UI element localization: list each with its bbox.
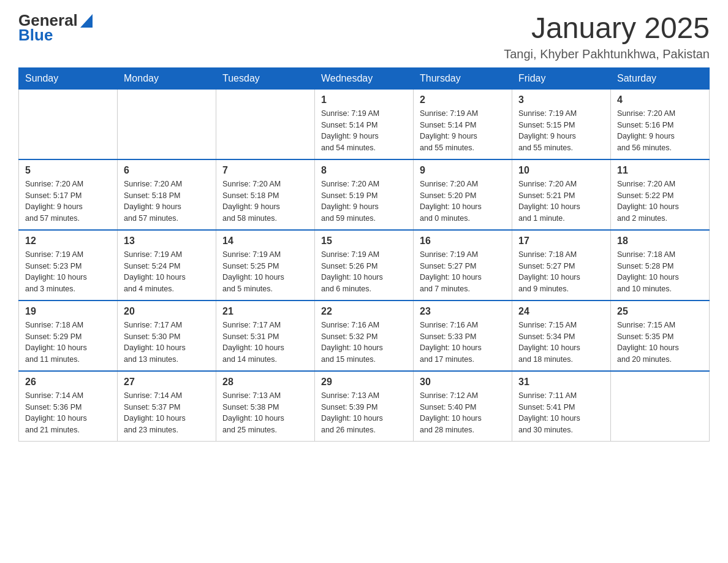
day-info: Sunrise: 7:18 AM Sunset: 5:28 PM Dayligh… [617,249,703,295]
calendar-cell [611,371,710,442]
day-number: 29 [321,377,407,388]
calendar-week-row: 1Sunrise: 7:19 AM Sunset: 5:14 PM Daylig… [19,89,710,159]
calendar-cell: 16Sunrise: 7:19 AM Sunset: 5:27 PM Dayli… [414,230,512,301]
day-info: Sunrise: 7:17 AM Sunset: 5:31 PM Dayligh… [222,320,308,366]
calendar-cell: 14Sunrise: 7:19 AM Sunset: 5:25 PM Dayli… [216,230,315,301]
calendar-cell: 1Sunrise: 7:19 AM Sunset: 5:14 PM Daylig… [315,89,414,159]
day-info: Sunrise: 7:19 AM Sunset: 5:24 PM Dayligh… [124,249,210,295]
calendar-week-row: 26Sunrise: 7:14 AM Sunset: 5:36 PM Dayli… [19,371,710,442]
calendar-cell: 25Sunrise: 7:15 AM Sunset: 5:35 PM Dayli… [611,301,710,371]
day-info: Sunrise: 7:19 AM Sunset: 5:14 PM Dayligh… [420,108,506,154]
logo-triangle-icon [80,14,93,28]
calendar-cell: 10Sunrise: 7:20 AM Sunset: 5:21 PM Dayli… [512,159,611,230]
day-number: 20 [124,306,210,317]
day-info: Sunrise: 7:12 AM Sunset: 5:40 PM Dayligh… [420,390,506,436]
calendar-cell: 24Sunrise: 7:15 AM Sunset: 5:34 PM Dayli… [512,301,611,371]
calendar-cell: 8Sunrise: 7:20 AM Sunset: 5:19 PM Daylig… [315,159,414,230]
title-block: January 2025 Tangi, Khyber Pakhtunkhwa, … [504,12,710,61]
svg-marker-0 [80,14,93,28]
day-number: 28 [222,377,308,388]
page-header: General Blue January 2025 Tangi, Khyber … [18,12,710,61]
calendar-cell: 19Sunrise: 7:18 AM Sunset: 5:29 PM Dayli… [19,301,118,371]
day-info: Sunrise: 7:20 AM Sunset: 5:19 PM Dayligh… [321,178,407,224]
calendar-cell: 4Sunrise: 7:20 AM Sunset: 5:16 PM Daylig… [611,89,710,159]
column-header-thursday: Thursday [414,67,512,89]
calendar-cell: 18Sunrise: 7:18 AM Sunset: 5:28 PM Dayli… [611,230,710,301]
day-number: 15 [321,236,407,247]
day-info: Sunrise: 7:19 AM Sunset: 5:25 PM Dayligh… [222,249,308,295]
day-number: 4 [617,94,703,105]
day-number: 6 [124,165,210,176]
calendar-cell: 6Sunrise: 7:20 AM Sunset: 5:18 PM Daylig… [118,159,216,230]
calendar-cell: 5Sunrise: 7:20 AM Sunset: 5:17 PM Daylig… [19,159,118,230]
day-info: Sunrise: 7:20 AM Sunset: 5:20 PM Dayligh… [420,178,506,224]
column-header-saturday: Saturday [611,67,710,89]
calendar-cell: 28Sunrise: 7:13 AM Sunset: 5:38 PM Dayli… [216,371,315,442]
calendar-cell: 23Sunrise: 7:16 AM Sunset: 5:33 PM Dayli… [414,301,512,371]
day-number: 12 [25,236,111,247]
day-number: 30 [420,377,506,388]
day-number: 7 [222,165,308,176]
calendar-cell: 9Sunrise: 7:20 AM Sunset: 5:20 PM Daylig… [414,159,512,230]
calendar-cell: 20Sunrise: 7:17 AM Sunset: 5:30 PM Dayli… [118,301,216,371]
day-info: Sunrise: 7:18 AM Sunset: 5:29 PM Dayligh… [25,320,111,366]
day-number: 19 [25,306,111,317]
calendar-cell: 22Sunrise: 7:16 AM Sunset: 5:32 PM Dayli… [315,301,414,371]
calendar-cell [118,89,216,159]
calendar-week-row: 5Sunrise: 7:20 AM Sunset: 5:17 PM Daylig… [19,159,710,230]
calendar-cell: 29Sunrise: 7:13 AM Sunset: 5:39 PM Dayli… [315,371,414,442]
calendar-cell: 2Sunrise: 7:19 AM Sunset: 5:14 PM Daylig… [414,89,512,159]
day-number: 13 [124,236,210,247]
day-number: 16 [420,236,506,247]
day-info: Sunrise: 7:14 AM Sunset: 5:36 PM Dayligh… [25,390,111,436]
day-info: Sunrise: 7:20 AM Sunset: 5:22 PM Dayligh… [617,178,703,224]
day-info: Sunrise: 7:19 AM Sunset: 5:27 PM Dayligh… [420,249,506,295]
day-number: 31 [518,377,604,388]
day-info: Sunrise: 7:13 AM Sunset: 5:39 PM Dayligh… [321,390,407,436]
day-number: 27 [124,377,210,388]
day-info: Sunrise: 7:20 AM Sunset: 5:18 PM Dayligh… [222,178,308,224]
calendar-week-row: 19Sunrise: 7:18 AM Sunset: 5:29 PM Dayli… [19,301,710,371]
calendar-cell: 27Sunrise: 7:14 AM Sunset: 5:37 PM Dayli… [118,371,216,442]
day-number: 22 [321,306,407,317]
day-number: 2 [420,94,506,105]
calendar-cell [216,89,315,159]
calendar-cell: 17Sunrise: 7:18 AM Sunset: 5:27 PM Dayli… [512,230,611,301]
day-number: 17 [518,236,604,247]
day-number: 24 [518,306,604,317]
day-number: 3 [518,94,604,105]
column-header-wednesday: Wednesday [315,67,414,89]
calendar-cell: 3Sunrise: 7:19 AM Sunset: 5:15 PM Daylig… [512,89,611,159]
calendar-title: January 2025 [504,12,710,45]
calendar-cell: 13Sunrise: 7:19 AM Sunset: 5:24 PM Dayli… [118,230,216,301]
day-number: 25 [617,306,703,317]
day-info: Sunrise: 7:19 AM Sunset: 5:23 PM Dayligh… [25,249,111,295]
day-info: Sunrise: 7:19 AM Sunset: 5:15 PM Dayligh… [518,108,604,154]
calendar-header-row: SundayMondayTuesdayWednesdayThursdayFrid… [19,67,710,89]
calendar-cell: 26Sunrise: 7:14 AM Sunset: 5:36 PM Dayli… [19,371,118,442]
day-info: Sunrise: 7:15 AM Sunset: 5:35 PM Dayligh… [617,320,703,366]
calendar-cell [19,89,118,159]
column-header-sunday: Sunday [19,67,118,89]
day-info: Sunrise: 7:20 AM Sunset: 5:18 PM Dayligh… [124,178,210,224]
day-number: 11 [617,165,703,176]
column-header-monday: Monday [118,67,216,89]
day-number: 1 [321,94,407,105]
calendar-cell: 31Sunrise: 7:11 AM Sunset: 5:41 PM Dayli… [512,371,611,442]
day-number: 5 [25,165,111,176]
column-header-friday: Friday [512,67,611,89]
day-info: Sunrise: 7:13 AM Sunset: 5:38 PM Dayligh… [222,390,308,436]
calendar-cell: 21Sunrise: 7:17 AM Sunset: 5:31 PM Dayli… [216,301,315,371]
day-info: Sunrise: 7:19 AM Sunset: 5:14 PM Dayligh… [321,108,407,154]
calendar-cell: 11Sunrise: 7:20 AM Sunset: 5:22 PM Dayli… [611,159,710,230]
day-info: Sunrise: 7:17 AM Sunset: 5:30 PM Dayligh… [124,320,210,366]
day-number: 21 [222,306,308,317]
day-info: Sunrise: 7:19 AM Sunset: 5:26 PM Dayligh… [321,249,407,295]
day-info: Sunrise: 7:18 AM Sunset: 5:27 PM Dayligh… [518,249,604,295]
day-info: Sunrise: 7:20 AM Sunset: 5:16 PM Dayligh… [617,108,703,154]
day-info: Sunrise: 7:11 AM Sunset: 5:41 PM Dayligh… [518,390,604,436]
calendar-week-row: 12Sunrise: 7:19 AM Sunset: 5:23 PM Dayli… [19,230,710,301]
day-number: 23 [420,306,506,317]
day-number: 26 [25,377,111,388]
day-info: Sunrise: 7:15 AM Sunset: 5:34 PM Dayligh… [518,320,604,366]
